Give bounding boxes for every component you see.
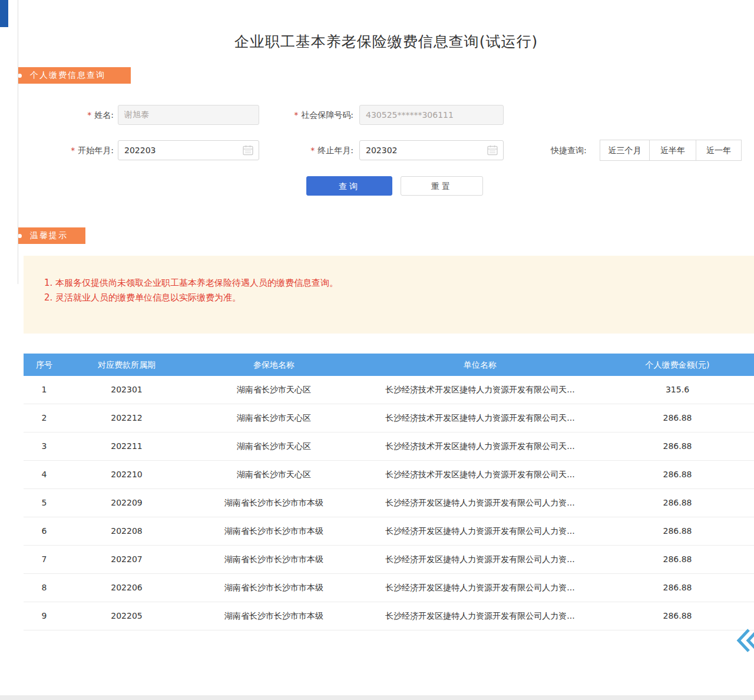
bottom-strip xyxy=(0,695,754,700)
required-star: * xyxy=(71,146,75,155)
cell-region: 湖南省长沙市长沙市市本级 xyxy=(188,602,359,630)
notice-box: 1. 本服务仅提供尚未领取企业职工基本养老保险待遇人员的缴费信息查询。 2. 灵… xyxy=(24,256,754,334)
table-row: 1 202301 湖南省长沙市天心区 长沙经济技术开发区捷特人力资源开发有限公司… xyxy=(24,376,754,404)
cell-amount: 286.88 xyxy=(601,461,754,488)
cell-period: 202212 xyxy=(65,404,188,432)
cell-employer: 长沙经济开发区捷特人力资源开发有限公司人力资... xyxy=(359,602,601,630)
table-row: 9 202205 湖南省长沙市长沙市市本级 长沙经济开发区捷特人力资源开发有限公… xyxy=(24,602,754,630)
required-star: * xyxy=(294,110,298,120)
cell-seq: 6 xyxy=(24,517,65,545)
required-star: * xyxy=(310,146,315,155)
cell-employer: 长沙经济开发区捷特人力资源开发有限公司人力资... xyxy=(359,546,601,573)
main-panel: 企业职工基本养老保险缴费信息查询(试运行) 个人缴费信息查询 *姓名: *社会保… xyxy=(18,0,754,695)
col-header-employer: 单位名称 xyxy=(359,354,601,376)
cell-employer: 长沙经济开发区捷特人力资源开发有限公司人力资... xyxy=(359,489,601,517)
col-header-seq: 序号 xyxy=(24,354,65,376)
cell-amount: 286.88 xyxy=(601,517,754,545)
cell-region: 湖南省长沙市天心区 xyxy=(188,376,359,404)
results-table: 序号 对应费款所属期 参保地名称 单位名称 个人缴费金额(元) 1 202301… xyxy=(24,354,754,630)
section-header-personal-payment-query: 个人缴费信息查询 xyxy=(18,67,131,84)
required-star: * xyxy=(87,110,91,120)
cell-region: 湖南省长沙市长沙市市本级 xyxy=(188,517,359,545)
cell-period: 202211 xyxy=(65,432,188,460)
left-sidebar-sliver xyxy=(0,0,18,284)
cell-region: 湖南省长沙市长沙市市本级 xyxy=(188,489,359,517)
table-row: 2 202212 湖南省长沙市天心区 长沙经济技术开发区捷特人力资源开发有限公司… xyxy=(24,404,754,432)
cell-employer: 长沙经济技术开发区捷特人力资源开发有限公司天... xyxy=(359,404,601,432)
ssn-input xyxy=(359,105,504,125)
cell-seq: 8 xyxy=(24,574,65,602)
bullet-icon xyxy=(18,234,22,238)
quick-btn-last-year[interactable]: 近一年 xyxy=(696,140,742,161)
table-header-row: 序号 对应费款所属期 参保地名称 单位名称 个人缴费金额(元) xyxy=(24,354,754,376)
cell-amount: 286.88 xyxy=(601,574,754,602)
reset-button[interactable]: 重置 xyxy=(401,176,483,196)
start-date-input[interactable] xyxy=(118,140,259,160)
quick-btn-last-3-months[interactable]: 近三个月 xyxy=(600,140,650,161)
section-label: 温馨提示 xyxy=(30,230,68,241)
cell-period: 202205 xyxy=(65,602,188,630)
table-row: 7 202207 湖南省长沙市长沙市市本级 长沙经济开发区捷特人力资源开发有限公… xyxy=(24,546,754,574)
pension-query-page: 企业职工基本养老保险缴费信息查询(试运行) 个人缴费信息查询 *姓名: *社会保… xyxy=(0,0,754,700)
cell-seq: 4 xyxy=(24,461,65,488)
cell-amount: 286.88 xyxy=(601,489,754,517)
calendar-icon[interactable] xyxy=(487,144,498,156)
table-row: 3 202211 湖南省长沙市天心区 长沙经济技术开发区捷特人力资源开发有限公司… xyxy=(24,432,754,461)
cell-region: 湖南省长沙市长沙市市本级 xyxy=(188,574,359,602)
bullet-icon xyxy=(18,74,22,78)
table-row: 5 202209 湖南省长沙市长沙市市本级 长沙经济开发区捷特人力资源开发有限公… xyxy=(24,489,754,517)
quick-query-label: 快捷查询: xyxy=(551,140,587,161)
cell-period: 202209 xyxy=(65,489,188,517)
table-row: 4 202210 湖南省长沙市天心区 长沙经济技术开发区捷特人力资源开发有限公司… xyxy=(24,461,754,489)
cell-period: 202206 xyxy=(65,574,188,602)
notice-line: 2. 灵活就业人员的缴费单位信息以实际缴费为准。 xyxy=(44,290,754,305)
start-date-label: *开始年月: xyxy=(30,140,114,160)
cell-seq: 9 xyxy=(24,602,65,630)
name-label: *姓名: xyxy=(30,105,114,125)
corner-tab xyxy=(0,0,8,27)
cell-seq: 5 xyxy=(24,489,65,517)
cell-seq: 3 xyxy=(24,432,65,460)
cell-employer: 长沙经济开发区捷特人力资源开发有限公司人力资... xyxy=(359,574,601,602)
cell-region: 湖南省长沙市长沙市市本级 xyxy=(188,546,359,573)
cell-employer: 长沙经济开发区捷特人力资源开发有限公司人力资... xyxy=(359,517,601,545)
page-title: 企业职工基本养老保险缴费信息查询(试运行) xyxy=(18,32,754,51)
section-header-tips: 温馨提示 xyxy=(18,227,85,244)
cell-period: 202207 xyxy=(65,546,188,573)
col-header-region: 参保地名称 xyxy=(188,354,359,376)
table-row: 8 202206 湖南省长沙市长沙市市本级 长沙经济开发区捷特人力资源开发有限公… xyxy=(24,574,754,602)
double-chevron-left-icon[interactable] xyxy=(733,627,754,654)
cell-period: 202208 xyxy=(65,517,188,545)
cell-region: 湖南省长沙市天心区 xyxy=(188,432,359,460)
cell-amount: 315.6 xyxy=(601,376,754,404)
cell-amount: 286.88 xyxy=(601,602,754,630)
end-date-input[interactable] xyxy=(359,140,504,160)
cell-seq: 7 xyxy=(24,546,65,573)
cell-amount: 286.88 xyxy=(601,404,754,432)
cell-employer: 长沙经济技术开发区捷特人力资源开发有限公司天... xyxy=(359,461,601,488)
cell-region: 湖南省长沙市天心区 xyxy=(188,461,359,488)
cell-region: 湖南省长沙市天心区 xyxy=(188,404,359,432)
cell-seq: 2 xyxy=(24,404,65,432)
ssn-label: *社会保障号码: xyxy=(248,105,353,125)
table-row: 6 202208 湖南省长沙市长沙市市本级 长沙经济开发区捷特人力资源开发有限公… xyxy=(24,517,754,546)
query-button[interactable]: 查询 xyxy=(306,176,392,196)
notice-line: 1. 本服务仅提供尚未领取企业职工基本养老保险待遇人员的缴费信息查询。 xyxy=(44,276,754,290)
cell-period: 202210 xyxy=(65,461,188,488)
cell-employer: 长沙经济技术开发区捷特人力资源开发有限公司天... xyxy=(359,432,601,460)
col-header-period: 对应费款所属期 xyxy=(65,354,188,376)
cell-seq: 1 xyxy=(24,376,65,404)
cell-period: 202301 xyxy=(65,376,188,404)
section-label: 个人缴费信息查询 xyxy=(30,70,105,81)
cell-employer: 长沙经济技术开发区捷特人力资源开发有限公司天... xyxy=(359,376,601,404)
end-date-label: *终止年月: xyxy=(248,140,353,160)
cell-amount: 286.88 xyxy=(601,546,754,573)
col-header-amount: 个人缴费金额(元) xyxy=(601,354,754,376)
quick-btn-last-half-year[interactable]: 近半年 xyxy=(649,140,696,161)
cell-amount: 286.88 xyxy=(601,432,754,460)
name-input xyxy=(118,105,259,125)
